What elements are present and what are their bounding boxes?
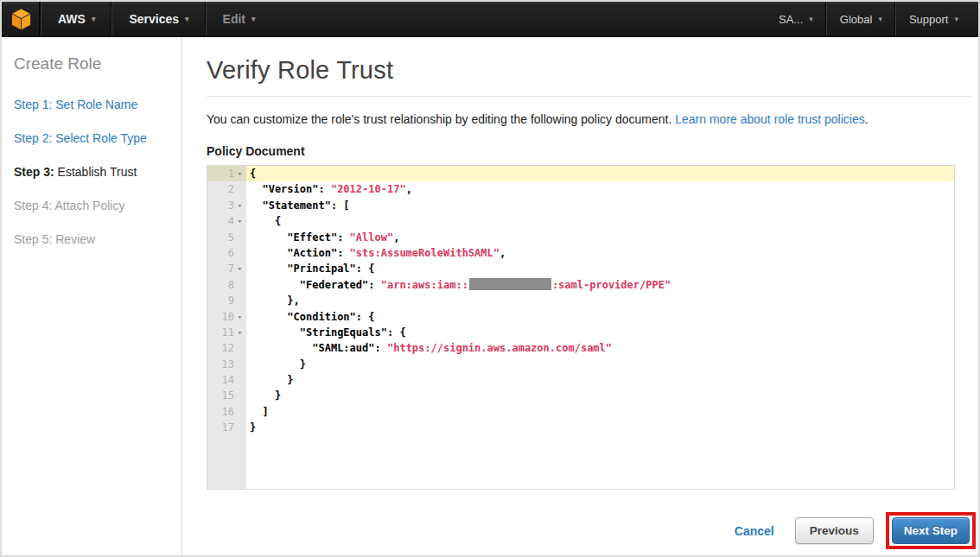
code-line: "Effect": "Allow", bbox=[246, 230, 954, 245]
gutter-cell: 7▾ bbox=[207, 261, 246, 276]
nav-item-label: Support bbox=[909, 13, 949, 26]
code-line: ] bbox=[246, 404, 954, 420]
next-step-button[interactable]: Next Step bbox=[892, 517, 970, 544]
code-line: "Version": "2012-10-17", bbox=[246, 181, 954, 197]
editor-line: 5 "Effect": "Allow", bbox=[207, 230, 954, 245]
json-plain-token: "SAML:aud": bbox=[250, 342, 387, 354]
fold-toggle-icon[interactable]: ▾ bbox=[234, 166, 245, 181]
code-line: } bbox=[246, 372, 954, 388]
nav-item-edit[interactable]: Edit▾ bbox=[207, 2, 272, 36]
nav-item-services[interactable]: Services▾ bbox=[112, 2, 205, 36]
editor-line: 12 "SAML:aud": "https://signin.aws.amazo… bbox=[207, 340, 954, 356]
line-number: 14 bbox=[222, 372, 234, 388]
json-plain-token: "StringEquals": { bbox=[250, 326, 406, 339]
editor-line: 4▾ { bbox=[207, 213, 954, 229]
cancel-button[interactable]: Cancel bbox=[735, 524, 774, 538]
code-line: }, bbox=[246, 293, 954, 308]
json-plain-token: "Version": bbox=[250, 183, 331, 195]
line-number: 17 bbox=[222, 420, 234, 435]
json-plain-token: "Condition": { bbox=[250, 311, 375, 323]
json-string-token: "2012-10-17" bbox=[331, 183, 406, 195]
aws-cube-icon bbox=[10, 8, 32, 31]
json-plain-token: ] bbox=[250, 406, 269, 418]
top-navigation-bar: AWS▾Services▾Edit▾ SA...▾Global▾Support▾ bbox=[2, 2, 978, 37]
fold-toggle-icon[interactable]: ▾ bbox=[234, 213, 245, 229]
sidebar-step-step-1[interactable]: Step 1: Set Role Name bbox=[14, 98, 173, 111]
code-line: "SAML:aud": "https://signin.aws.amazon.c… bbox=[246, 340, 954, 356]
line-number: 7 bbox=[228, 261, 234, 276]
nav-item-label: AWS bbox=[58, 12, 86, 26]
fold-toggle-icon[interactable]: ▾ bbox=[234, 198, 245, 213]
sidebar-step-step-2[interactable]: Step 2: Select Role Type bbox=[14, 131, 173, 145]
line-number: 5 bbox=[228, 230, 234, 245]
line-number: 10 bbox=[222, 309, 234, 325]
line-number: 12 bbox=[222, 340, 234, 356]
json-string-token: "https://signin.aws.amazon.com/saml" bbox=[387, 342, 612, 354]
line-number: 6 bbox=[228, 245, 234, 261]
aws-logo[interactable] bbox=[2, 2, 40, 36]
content-area: Create Role Step 1: Set Role NameStep 2:… bbox=[2, 37, 978, 555]
editor-line: 15 } bbox=[207, 388, 954, 403]
json-plain-token: "Statement": [ bbox=[250, 199, 350, 212]
nav-item-label: Services bbox=[129, 12, 179, 26]
code-line: "Principal": { bbox=[246, 261, 954, 276]
caret-down-icon: ▾ bbox=[954, 15, 958, 23]
json-plain-token: }, bbox=[250, 294, 300, 307]
caret-down-icon: ▾ bbox=[878, 15, 882, 23]
json-string-token: "sts:AssumeRoleWithSAML" bbox=[350, 247, 500, 259]
gutter-cell: 2 bbox=[207, 181, 246, 197]
json-plain-token: , bbox=[500, 247, 506, 259]
gutter-cell: 15 bbox=[207, 388, 246, 403]
gutter-cell: 9 bbox=[207, 293, 246, 308]
main-panel: Verify Role Trust You can customize the … bbox=[182, 37, 978, 555]
nav-menu-right: SA...▾Global▾Support▾ bbox=[766, 2, 971, 36]
nav-item-label: SA... bbox=[779, 13, 803, 26]
editor-line: 9 }, bbox=[207, 293, 954, 308]
json-plain-token: "Federated": bbox=[250, 279, 381, 291]
sidebar-step-step-5: Step 5: Review bbox=[14, 232, 173, 246]
gutter-cell: 16 bbox=[207, 404, 246, 420]
sidebar-step-step-4: Step 4: Attach Policy bbox=[14, 199, 173, 212]
editor-line: 17} bbox=[207, 420, 954, 435]
code-line: } bbox=[246, 388, 954, 403]
caret-down-icon: ▾ bbox=[251, 15, 256, 23]
policy-document-label: Policy Document bbox=[207, 144, 978, 158]
json-plain-token: "Principal": { bbox=[250, 263, 375, 275]
nav-item-aws[interactable]: AWS▾ bbox=[41, 2, 111, 36]
wizard-sidebar: Create Role Step 1: Set Role NameStep 2:… bbox=[2, 37, 182, 555]
gutter-cell: 10▾ bbox=[207, 309, 246, 325]
editor-lines: 1▾{2 "Version": "2012-10-17",3▾ "Stateme… bbox=[207, 166, 954, 436]
title-divider bbox=[207, 96, 970, 97]
previous-button[interactable]: Previous bbox=[795, 517, 874, 544]
gutter-cell: 17 bbox=[207, 420, 246, 435]
editor-line: 8 "Federated": "arn:aws:iam:::saml-provi… bbox=[207, 277, 954, 293]
json-plain-token: , bbox=[406, 183, 412, 195]
code-line: } bbox=[246, 420, 954, 435]
nav-item-label: Global bbox=[840, 13, 873, 26]
line-number: 15 bbox=[222, 388, 234, 403]
policy-document-editor[interactable]: 1▾{2 "Version": "2012-10-17",3▾ "Stateme… bbox=[207, 165, 955, 490]
learn-more-link[interactable]: Learn more about role trust policies bbox=[675, 112, 864, 126]
json-plain-token: } bbox=[250, 389, 281, 402]
line-number: 13 bbox=[222, 357, 234, 372]
gutter-cell: 13 bbox=[207, 357, 246, 372]
nav-item-sa[interactable]: SA...▾ bbox=[766, 2, 826, 36]
gutter-cell: 14 bbox=[207, 372, 246, 388]
code-line: { bbox=[246, 166, 954, 181]
json-string-token: "arn:aws:iam:: bbox=[381, 279, 468, 291]
code-line: "Action": "sts:AssumeRoleWithSAML", bbox=[246, 245, 954, 261]
editor-line: 2 "Version": "2012-10-17", bbox=[207, 181, 954, 197]
nav-item-support[interactable]: Support▾ bbox=[896, 2, 971, 36]
json-plain-token: "Action": bbox=[250, 247, 350, 259]
description-suffix: . bbox=[865, 112, 869, 126]
line-number: 1 bbox=[228, 166, 234, 181]
gutter-cell: 5 bbox=[207, 230, 246, 245]
fold-toggle-icon[interactable]: ▾ bbox=[234, 325, 245, 340]
fold-toggle-icon[interactable]: ▾ bbox=[234, 309, 245, 325]
line-number: 4 bbox=[228, 213, 234, 229]
nav-item-global[interactable]: Global▾ bbox=[827, 2, 895, 36]
annotation-highlight-box: Next Step bbox=[886, 512, 976, 549]
gutter-cell: 6 bbox=[207, 245, 246, 261]
code-line: "Condition": { bbox=[246, 309, 954, 325]
fold-toggle-icon[interactable]: ▾ bbox=[234, 261, 245, 276]
